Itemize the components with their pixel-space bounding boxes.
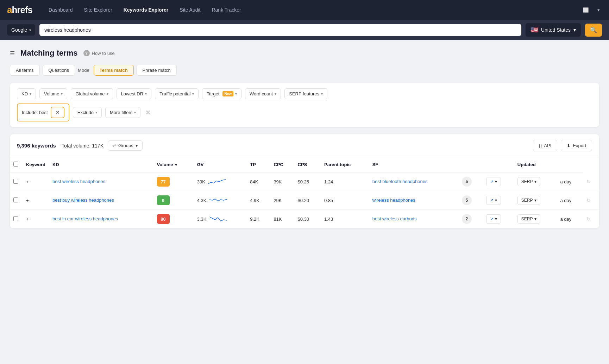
more-filters-chevron-icon: ▾ [134, 111, 136, 114]
nav-site-audit[interactable]: Site Audit [175, 4, 205, 15]
page-header: ☰ Matching terms ? How to use [10, 49, 599, 58]
export-button[interactable]: ⬇ Export [561, 140, 592, 151]
clear-all-filters-button[interactable]: ✕ [144, 107, 152, 118]
groups-icon: ⇌ [112, 143, 116, 148]
row-checkbox-2[interactable] [10, 191, 23, 210]
keyword-link-1[interactable]: best wireless headphones [52, 179, 105, 184]
filter-lowest-dr[interactable]: Lowest DR ▾ [117, 88, 152, 99]
row-checkbox-1[interactable] [10, 172, 23, 191]
menu-icon[interactable]: ☰ [10, 50, 15, 57]
groups-button[interactable]: ⇌ Groups ▾ [108, 140, 143, 151]
filter-row-2: Include: best ✕ Exclude ▾ More filters ▾… [17, 103, 592, 121]
sf-cell-1: 5 [458, 172, 483, 191]
results-header: 9,396 keywords Total volume: 117K ⇌ Grou… [10, 134, 599, 157]
trend-up-icon-3: ↗ [490, 216, 494, 221]
tab-all-terms[interactable]: All terms [10, 65, 40, 76]
sf-badge-2: 5 [462, 195, 472, 205]
nav-keywords-explorer[interactable]: Keywords Explorer [119, 4, 174, 15]
parent-topic-link-1[interactable]: best bluetooth headphones [372, 179, 428, 184]
parent-topic-link-3[interactable]: best wireless earbuds [372, 216, 417, 221]
tab-phrase-match[interactable]: Phrase match [137, 65, 177, 76]
nav-chevron-down-icon[interactable]: ▾ [595, 5, 602, 15]
th-cpc: CPC [270, 157, 294, 172]
refresh-button-1[interactable]: ↻ [586, 179, 591, 184]
updated-cell-1: a day [557, 172, 583, 191]
row-checkbox-3[interactable] [10, 210, 23, 228]
serp-dropdown-cell-1: SERP ▾ [514, 172, 557, 191]
search-button[interactable]: 🔍 [585, 24, 602, 37]
trend-dropdown-2[interactable]: ↗ ▾ [486, 196, 501, 205]
nav-site-explorer[interactable]: Site Explorer [79, 4, 117, 15]
include-clear-button[interactable]: ✕ [51, 107, 64, 118]
parent-topic-link-2[interactable]: wireless headphones [372, 197, 415, 203]
filter-traffic-potential[interactable]: Traffic potential ▾ [155, 88, 199, 99]
table-row: + best in ear wireless headphones 80 3.3… [10, 210, 599, 228]
filter-global-volume[interactable]: Global volume ▾ [71, 88, 113, 99]
select-all-checkbox-header[interactable] [10, 157, 23, 172]
trend-dropdown-3[interactable]: ↗ ▾ [486, 214, 501, 224]
api-button[interactable]: {} API [533, 140, 558, 151]
filters-section: KD ▾ Volume ▾ Global volume ▾ Lowest DR … [10, 83, 599, 127]
sf-badge-3: 2 [462, 214, 472, 224]
cps-cell-2: 0.85 [321, 191, 369, 210]
th-parent-topic: Parent topic [321, 157, 369, 172]
logo[interactable]: ahrefs [7, 5, 32, 15]
search-bar: Google ▾ 🇺🇸 United States ▾ 🔍 [0, 20, 609, 40]
export-icon: ⬇ [567, 143, 571, 148]
tab-terms-match[interactable]: Terms match [94, 65, 134, 76]
filter-volume[interactable]: Volume ▾ [39, 88, 67, 99]
add-cell-2[interactable]: + [23, 191, 49, 210]
main-content: ☰ Matching terms ? How to use All terms … [0, 40, 609, 237]
nav-rank-tracker[interactable]: Rank Tracker [207, 4, 246, 15]
add-cell-3[interactable]: + [23, 210, 49, 228]
keyword-link-3[interactable]: best in ear wireless headphones [52, 216, 118, 221]
exclude-filter-button[interactable]: Exclude ▾ [73, 107, 102, 118]
country-select[interactable]: 🇺🇸 United States ▾ [526, 23, 581, 37]
filter-serp-features[interactable]: SERP features ▾ [284, 88, 327, 99]
kd-chevron-icon: ▾ [30, 92, 31, 96]
trend-chart-2 [209, 196, 227, 205]
api-icon: {} [539, 143, 542, 148]
more-filters-button[interactable]: More filters ▾ [105, 107, 140, 118]
flag-icon: 🇺🇸 [530, 26, 538, 34]
cpc-cell-2: $0.20 [294, 191, 321, 210]
results-section: 9,396 keywords Total volume: 117K ⇌ Grou… [10, 134, 599, 228]
nav-window-icon[interactable]: ⬜ [581, 5, 591, 15]
add-cell-1[interactable]: + [23, 172, 49, 191]
volume-cell-1: 39K [194, 172, 246, 191]
groups-chevron-icon: ▾ [136, 143, 138, 148]
serp-dropdown-cell-2: SERP ▾ [514, 191, 557, 210]
filter-row-1: KD ▾ Volume ▾ Global volume ▾ Lowest DR … [17, 88, 592, 99]
th-volume[interactable]: Volume ▼ [153, 157, 194, 172]
nav-dashboard[interactable]: Dashboard [44, 4, 78, 15]
trend-up-icon-2: ↗ [490, 198, 494, 203]
serp-action-3: ↗ ▾ [483, 210, 514, 228]
tp-cell-1: 39K [270, 172, 294, 191]
kd-badge-2: 9 [157, 195, 170, 205]
kd-cell-2: 9 [153, 191, 194, 210]
serp-dropdown-3[interactable]: SERP ▾ [517, 214, 540, 224]
keyword-link-2[interactable]: best buy wireless headphones [52, 197, 114, 203]
trend-dropdown-1[interactable]: ↗ ▾ [486, 177, 501, 186]
search-input[interactable] [39, 24, 521, 36]
exclude-chevron-icon: ▾ [95, 111, 97, 114]
refresh-button-2[interactable]: ↻ [586, 197, 591, 203]
cpc-cell-3: $0.30 [294, 210, 321, 228]
serp-action-1: ↗ ▾ [483, 172, 514, 191]
engine-label: Google [11, 27, 27, 33]
page-title: Matching terms [20, 49, 78, 58]
serp-dropdown-1[interactable]: SERP ▾ [517, 177, 540, 186]
filter-target[interactable]: Target New ▾ [202, 88, 241, 99]
serp-dropdown-2[interactable]: SERP ▾ [517, 196, 540, 205]
filter-word-count[interactable]: Word count ▾ [245, 88, 281, 99]
refresh-cell-3: ↻ [583, 210, 599, 228]
include-filter: Include: best ✕ [17, 103, 69, 121]
new-badge: New [222, 91, 233, 96]
refresh-button-3[interactable]: ↻ [586, 216, 591, 222]
help-link[interactable]: ? How to use [83, 50, 115, 56]
engine-select[interactable]: Google ▾ [7, 24, 35, 36]
updated-cell-3: a day [557, 210, 583, 228]
keyword-cell-2: best buy wireless headphones [49, 191, 153, 210]
tab-questions[interactable]: Questions [43, 65, 75, 76]
filter-kd[interactable]: KD ▾ [17, 88, 36, 99]
